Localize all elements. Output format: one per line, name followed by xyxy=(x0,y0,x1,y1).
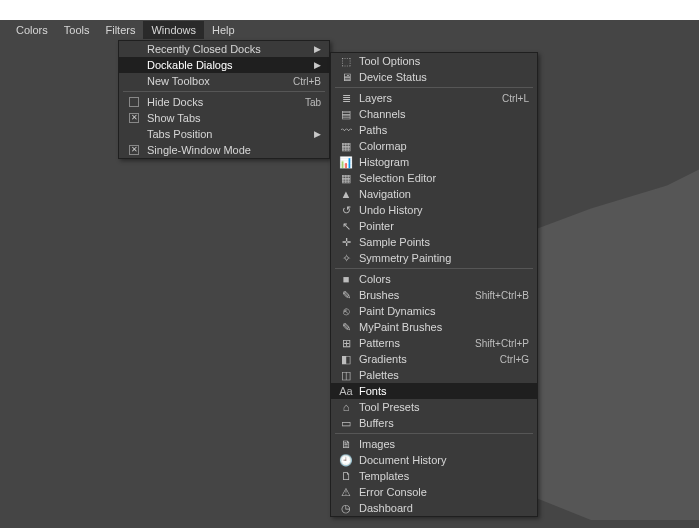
dockable-paths[interactable]: 〰Paths xyxy=(331,122,537,138)
dockable-palettes[interactable]: ◫Palettes xyxy=(331,367,537,383)
dockable-patterns[interactable]: ⊞PatternsShift+Ctrl+P xyxy=(331,335,537,351)
fonts-icon: Aa xyxy=(339,386,352,397)
menu-item-label: Selection Editor xyxy=(359,172,529,184)
windows-menu-show-tabs[interactable]: Show Tabs xyxy=(119,110,329,126)
submenu-arrow-icon: ▶ xyxy=(314,44,321,54)
navigation-icon: ▲ xyxy=(341,189,352,200)
checkbox-icon xyxy=(129,97,139,107)
window-top-whitespace xyxy=(0,0,699,20)
menu-item-label: Fonts xyxy=(359,385,529,397)
paint-dynamics-icon: ⎋ xyxy=(343,306,350,317)
menubar-windows[interactable]: Windows xyxy=(143,21,204,39)
windows-menu-hide-docks[interactable]: Hide DocksTab xyxy=(119,94,329,110)
dockable-buffers[interactable]: ▭Buffers xyxy=(331,415,537,431)
windows-menu-recently-closed-docks[interactable]: Recently Closed Docks▶ xyxy=(119,41,329,57)
dockable-selection-editor[interactable]: ▦Selection Editor xyxy=(331,170,537,186)
gradients-icon: ◧ xyxy=(341,354,351,365)
dockable-tool-options[interactable]: ⬚Tool Options xyxy=(331,53,537,69)
document-history-icon: 🕘 xyxy=(339,455,353,466)
selection-editor-icon: ▦ xyxy=(341,173,351,184)
menu-item-accel: Ctrl+B xyxy=(293,76,321,87)
dockable-sample-points[interactable]: ✛Sample Points xyxy=(331,234,537,250)
menu-item-label: Layers xyxy=(359,92,490,104)
menu-item-label: Tool Presets xyxy=(359,401,529,413)
images-icon: 🗎 xyxy=(341,439,352,450)
menu-item-label: Brushes xyxy=(359,289,463,301)
colors-icon: ■ xyxy=(343,274,350,285)
menu-separator xyxy=(335,433,533,434)
dockable-tool-presets[interactable]: ⌂Tool Presets xyxy=(331,399,537,415)
histogram-icon: 📊 xyxy=(339,157,353,168)
dockable-channels[interactable]: ▤Channels xyxy=(331,106,537,122)
dockable-brushes[interactable]: ✎BrushesShift+Ctrl+B xyxy=(331,287,537,303)
menu-item-label: Patterns xyxy=(359,337,463,349)
menu-item-label: Dockable Dialogs xyxy=(147,59,304,71)
dockable-error-console[interactable]: ⚠Error Console xyxy=(331,484,537,500)
dockable-dialogs-submenu: ⬚Tool Options🖥Device Status≣LayersCtrl+L… xyxy=(330,52,538,517)
checkbox-checked-icon xyxy=(129,113,139,123)
dockable-navigation[interactable]: ▲Navigation xyxy=(331,186,537,202)
menu-item-label: Recently Closed Docks xyxy=(147,43,304,55)
sample-points-icon: ✛ xyxy=(342,237,351,248)
menu-item-label: Pointer xyxy=(359,220,529,232)
menubar-help[interactable]: Help xyxy=(204,21,243,39)
windows-menu: Recently Closed Docks▶Dockable Dialogs▶N… xyxy=(118,40,330,159)
menu-item-label: Gradients xyxy=(359,353,488,365)
windows-menu-single-window-mode[interactable]: Single-Window Mode xyxy=(119,142,329,158)
templates-icon: 🗋 xyxy=(341,471,352,482)
dockable-document-history[interactable]: 🕘Document History xyxy=(331,452,537,468)
dockable-colormap[interactable]: ▦Colormap xyxy=(331,138,537,154)
windows-menu-dockable-dialogs[interactable]: Dockable Dialogs▶ xyxy=(119,57,329,73)
menubar-tools[interactable]: Tools xyxy=(56,21,98,39)
pointer-icon: ↖ xyxy=(342,221,351,232)
checkbox-checked-icon xyxy=(129,145,139,155)
dockable-undo-history[interactable]: ↺Undo History xyxy=(331,202,537,218)
menu-item-label: MyPaint Brushes xyxy=(359,321,529,333)
dockable-dashboard[interactable]: ◷Dashboard xyxy=(331,500,537,516)
dockable-mypaint-brushes[interactable]: ✎MyPaint Brushes xyxy=(331,319,537,335)
menu-separator xyxy=(335,268,533,269)
dockable-fonts[interactable]: AaFonts xyxy=(331,383,537,399)
dockable-templates[interactable]: 🗋Templates xyxy=(331,468,537,484)
windows-menu-new-toolbox[interactable]: New ToolboxCtrl+B xyxy=(119,73,329,89)
dockable-symmetry-painting[interactable]: ✧Symmetry Painting xyxy=(331,250,537,266)
menubar-filters[interactable]: Filters xyxy=(97,21,143,39)
dockable-paint-dynamics[interactable]: ⎋Paint Dynamics xyxy=(331,303,537,319)
undo-history-icon: ↺ xyxy=(342,205,351,216)
symmetry-painting-icon: ✧ xyxy=(342,253,351,264)
menu-item-label: Tool Options xyxy=(359,55,529,67)
menu-item-label: Paint Dynamics xyxy=(359,305,529,317)
menubar: Colors Tools Filters Windows Help xyxy=(0,20,699,40)
menu-item-label: Show Tabs xyxy=(147,112,321,124)
layers-icon: ≣ xyxy=(342,93,351,104)
dockable-colors[interactable]: ■Colors xyxy=(331,271,537,287)
error-console-icon: ⚠ xyxy=(341,487,351,498)
mypaint-brushes-icon: ✎ xyxy=(342,322,351,333)
menu-item-label: Histogram xyxy=(359,156,529,168)
tool-presets-icon: ⌂ xyxy=(343,402,350,413)
menubar-colors[interactable]: Colors xyxy=(8,21,56,39)
dockable-images[interactable]: 🗎Images xyxy=(331,436,537,452)
dockable-layers[interactable]: ≣LayersCtrl+L xyxy=(331,90,537,106)
menu-item-label: Dashboard xyxy=(359,502,529,514)
menu-item-label: Document History xyxy=(359,454,529,466)
menu-item-label: New Toolbox xyxy=(147,75,281,87)
dockable-histogram[interactable]: 📊Histogram xyxy=(331,154,537,170)
menu-item-label: Tabs Position xyxy=(147,128,304,140)
buffers-icon: ▭ xyxy=(341,418,351,429)
menu-item-label: Sample Points xyxy=(359,236,529,248)
windows-menu-tabs-position[interactable]: Tabs Position▶ xyxy=(119,126,329,142)
menu-item-label: Error Console xyxy=(359,486,529,498)
colormap-icon: ▦ xyxy=(341,141,351,152)
dockable-gradients[interactable]: ◧GradientsCtrl+G xyxy=(331,351,537,367)
palettes-icon: ◫ xyxy=(341,370,351,381)
patterns-icon: ⊞ xyxy=(342,338,351,349)
menu-item-label: Images xyxy=(359,438,529,450)
menu-item-label: Hide Docks xyxy=(147,96,293,108)
dockable-pointer[interactable]: ↖Pointer xyxy=(331,218,537,234)
dockable-device-status[interactable]: 🖥Device Status xyxy=(331,69,537,85)
menu-item-label: Symmetry Painting xyxy=(359,252,529,264)
device-status-icon: 🖥 xyxy=(341,72,352,83)
menu-separator xyxy=(335,87,533,88)
menu-item-accel: Shift+Ctrl+P xyxy=(475,338,529,349)
